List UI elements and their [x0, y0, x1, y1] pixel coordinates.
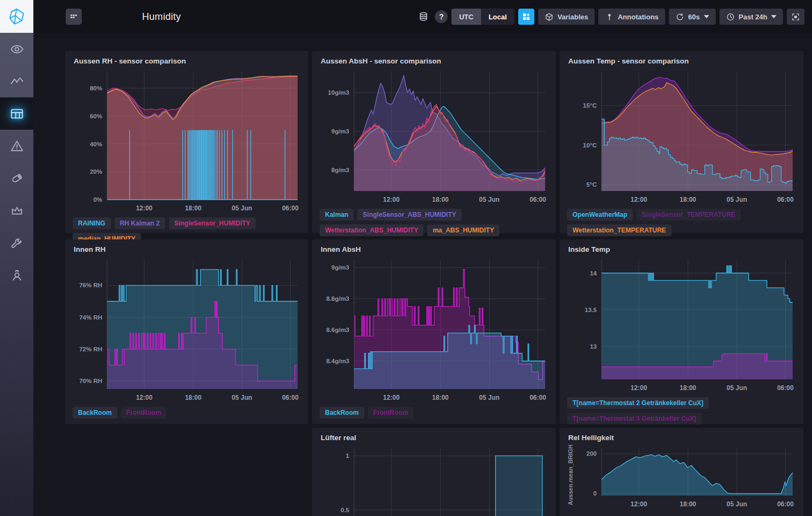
legend-chip[interactable]: Wetterstation_TEMPERATURE — [567, 224, 672, 236]
time-range-dropdown[interactable]: Past 24h — [719, 9, 783, 25]
panel-title[interactable]: Aussen RH - sensor comparison — [72, 56, 302, 68]
sidebar-item-influxdb-admin[interactable] — [0, 194, 33, 227]
chevron-down-icon — [771, 15, 776, 18]
legend-chip[interactable]: RAINING — [73, 217, 111, 229]
panel-aussen-rh-sensor-comparison[interactable]: Aussen RH - sensor comparison0%20%40%60%… — [65, 51, 308, 233]
variables-button[interactable]: Variables — [538, 9, 595, 25]
svg-text:13: 13 — [590, 343, 597, 350]
pin-icon — [605, 12, 614, 22]
alert-triangle-icon — [10, 139, 24, 153]
top-nav: Humidity ? UTC Local — [33, 0, 812, 33]
panel-title[interactable]: Innen RH — [72, 244, 302, 257]
sidebar-item-dashboards[interactable] — [0, 97, 33, 130]
annotations-button[interactable]: Annotations — [598, 9, 665, 25]
svg-text:8g/m3: 8g/m3 — [331, 167, 349, 173]
svg-text:12:00: 12:00 — [631, 384, 647, 392]
svg-text:0.5: 0.5 — [341, 507, 350, 513]
annotations-label: Annotations — [618, 13, 659, 21]
legend-chip[interactable]: Kalman — [320, 209, 354, 221]
add-cell-button[interactable] — [518, 9, 534, 25]
timezone-option-local[interactable]: Local — [481, 9, 514, 25]
page-title: Humidity — [142, 11, 181, 23]
panel-title[interactable]: Aussen AbsH - sensor comparison — [319, 56, 549, 68]
svg-text:05 Jun: 05 Jun — [232, 394, 252, 401]
svg-text:76% RH: 76% RH — [79, 282, 102, 288]
svg-text:200: 200 — [587, 450, 597, 457]
panel-title[interactable]: Innen AbsH — [319, 244, 549, 257]
svg-text:06:00: 06:00 — [529, 196, 546, 203]
legend-chip[interactable]: OpenWeatherMap — [567, 209, 633, 221]
svg-text:0%: 0% — [93, 196, 102, 203]
svg-text:18:00: 18:00 — [680, 384, 696, 392]
chart-canvas: 70% RH72% RH74% RH76% RH12:0018:0005 Jun… — [72, 257, 302, 403]
sidebar-nav — [0, 33, 33, 516]
svg-text:05 Jun: 05 Jun — [726, 196, 747, 203]
panel-rel-helligkeit[interactable]: Rel HelligkeitAussen.mean_BRIGH…020012:0… — [560, 428, 803, 516]
svg-text:06:00: 06:00 — [529, 394, 546, 401]
legend-chip[interactable]: ma_ABS_HUMIDITY — [427, 224, 499, 236]
svg-text:12:00: 12:00 — [631, 500, 647, 508]
panel-l-fter-real[interactable]: Lüfter real0.5112:0018:0005 Jun06:00 — [312, 428, 556, 516]
svg-text:74% RH: 74% RH — [79, 314, 102, 321]
sidebar-item-data-explorer[interactable] — [0, 65, 33, 97]
chart-legend: KalmanSingleSensor_ABS_HUMIDITYWettersta… — [319, 205, 549, 236]
chart-canvas: Aussen.mean_BRIGH…020012:0018:0005 Jun06… — [566, 445, 797, 510]
panel-inside-temp[interactable]: Inside Temp1313.51412:0018:0005 Jun06:00… — [560, 239, 803, 424]
sidebar-item-log-viewer[interactable] — [0, 162, 33, 194]
help-button[interactable]: ? — [435, 10, 448, 23]
svg-text:70% RH: 70% RH — [79, 378, 102, 384]
panel-innen-rh[interactable]: Innen RH70% RH72% RH74% RH76% RH12:0018:… — [65, 239, 308, 424]
panel-title[interactable]: Inside Temp — [566, 244, 797, 257]
svg-text:12:00: 12:00 — [136, 204, 153, 212]
legend-chip[interactable]: T[name=Thermostat 2 Getränkekeller CuX] — [567, 397, 709, 409]
chart-legend: BackRoomFrontRoom — [72, 403, 302, 419]
panel-aussen-absh-sensor-comparison[interactable]: Aussen AbsH - sensor comparison8g/m39g/m… — [312, 51, 556, 233]
panel-title[interactable]: Lüfter real — [319, 433, 549, 445]
influxdb-logo[interactable] — [0, 0, 33, 33]
dashboards-icon — [10, 107, 24, 121]
panel-innen-absh[interactable]: Innen AbsH8.4g/m38.6g/m38.8g/m39g/m312:0… — [312, 239, 556, 424]
svg-text:9g/m3: 9g/m3 — [331, 264, 349, 271]
svg-text:0: 0 — [594, 490, 597, 497]
time-range-value: Past 24h — [739, 13, 767, 21]
legend-chip[interactable]: T[name=Thermostat 3 Getränkeller CuX] — [567, 413, 702, 425]
panel-title[interactable]: Rel Helligkeit — [566, 433, 797, 445]
panel-aussen-temp-sensor-comparison[interactable]: Aussen Temp - sensor comparison5°C10°C15… — [560, 51, 803, 233]
legend-chip[interactable]: SingleSensor_ABS_HUMIDITY — [357, 209, 461, 221]
legend-chip[interactable]: FrontRoom — [121, 407, 167, 419]
legend-chip[interactable]: FrontRoom — [368, 407, 414, 419]
svg-text:06:00: 06:00 — [282, 204, 299, 212]
pulse-icon — [10, 74, 24, 89]
legend-chip[interactable]: SingleSensor_TEMPERATURE — [637, 209, 741, 221]
chart-canvas: 8g/m39g/m310g/m312:0018:0005 Jun06:00 — [319, 68, 549, 205]
panel-title[interactable]: Aussen Temp - sensor comparison — [566, 56, 797, 68]
chart-legend: T[name=Thermostat 2 Getränkekeller CuX]T… — [566, 393, 797, 425]
refresh-icon — [675, 12, 684, 22]
sidebar-item-host-list[interactable] — [0, 33, 33, 65]
sources-icon[interactable] — [416, 9, 431, 24]
svg-text:72% RH: 72% RH — [79, 346, 102, 352]
legend-chip[interactable]: Wetterstation_ABS_HUMIDITY — [320, 224, 423, 236]
svg-text:18:00: 18:00 — [432, 394, 449, 401]
svg-text:18:00: 18:00 — [185, 204, 202, 212]
svg-text:18:00: 18:00 — [185, 394, 202, 401]
sidebar-item-alerting[interactable] — [0, 130, 33, 162]
dashboards-grid-button[interactable] — [66, 9, 82, 25]
expand-icon — [791, 12, 800, 22]
timezone-option-utc[interactable]: UTC — [451, 9, 481, 25]
legend-chip[interactable]: SingleSensor_HUMIDITY — [169, 217, 256, 229]
refresh-interval-dropdown[interactable]: 60s — [669, 9, 716, 25]
legend-chip[interactable]: RH Kalman 2 — [115, 217, 165, 229]
sidebar-item-configuration[interactable] — [0, 227, 33, 259]
variables-label: Variables — [557, 13, 588, 21]
chart-canvas: 5°C10°C15°C12:0018:0005 Jun06:00 — [566, 68, 797, 205]
svg-text:10g/m3: 10g/m3 — [328, 89, 349, 96]
svg-text:18:00: 18:00 — [680, 196, 696, 203]
presentation-mode-button[interactable] — [787, 9, 804, 25]
svg-text:13.5: 13.5 — [585, 307, 597, 313]
sidebar-item-admin-user[interactable] — [0, 259, 33, 291]
legend-chip[interactable]: BackRoom — [320, 407, 364, 419]
svg-text:05 Jun: 05 Jun — [726, 500, 747, 508]
svg-text:12:00: 12:00 — [631, 196, 647, 203]
legend-chip[interactable]: BackRoom — [73, 407, 117, 419]
